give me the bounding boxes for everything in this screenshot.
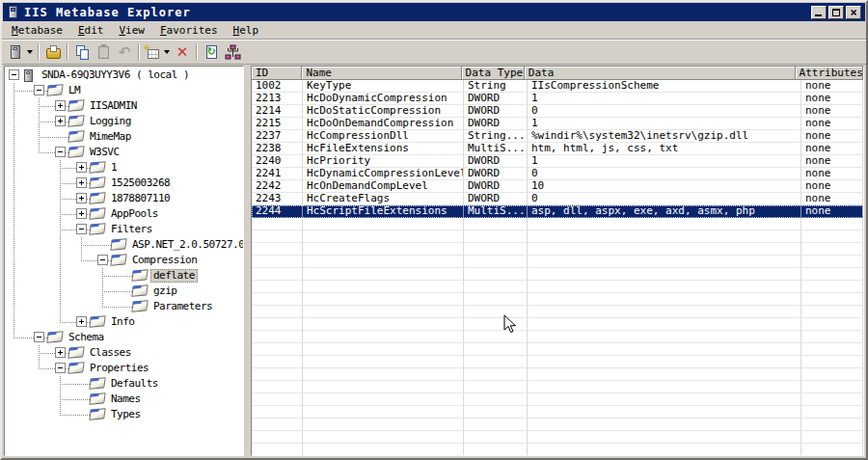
key-icon xyxy=(131,284,148,297)
tree-node-label[interactable]: ASP.NET_2.0.50727.0 xyxy=(129,238,244,252)
tree-node-label[interactable]: Properties xyxy=(87,362,151,375)
tree-node-label[interactable]: Logging xyxy=(87,115,134,128)
undo-button[interactable]: ↶ xyxy=(114,41,135,63)
tree-node-label[interactable]: deflate xyxy=(150,269,198,283)
tree-node-label[interactable]: IISADMIN xyxy=(87,99,140,113)
row-2237[interactable]: 2237HcCompressionDllString...%windir%\sy… xyxy=(252,130,863,143)
connect-server-button[interactable] xyxy=(6,41,35,63)
collapse-icon[interactable] xyxy=(34,332,44,342)
tree-node-iisadmin[interactable]: IISADMIN xyxy=(5,98,243,114)
hierarchy-view-button[interactable] xyxy=(222,41,243,63)
tree-node-label[interactable]: SNDA-69Q3UYY3V6 ( local ) xyxy=(39,68,192,82)
row-2238[interactable]: 2238HcFileExtensionsMultiS...htm, html, … xyxy=(252,143,863,155)
tree-node-label[interactable]: Schema xyxy=(66,331,107,344)
tree-node-classes[interactable]: Classes xyxy=(5,345,243,361)
column-header-id[interactable]: ID xyxy=(252,67,302,80)
tree-node-deflate[interactable]: deflate xyxy=(5,268,243,284)
collapse-icon[interactable] xyxy=(55,363,66,373)
expand-icon[interactable] xyxy=(76,193,87,203)
column-header-name[interactable]: Name xyxy=(302,67,461,80)
tree-node-mimemap[interactable]: MimeMap xyxy=(5,129,243,145)
row-2240[interactable]: 2240HcPriorityDWORD1none xyxy=(252,155,863,168)
collapse-icon[interactable] xyxy=(34,85,44,95)
tree-node-types[interactable]: Types xyxy=(5,407,243,422)
collapse-icon[interactable] xyxy=(55,147,66,157)
tree-node-filters[interactable]: Filters xyxy=(5,222,243,237)
tree-node-label[interactable]: Defaults xyxy=(108,377,161,391)
close-button[interactable]: × xyxy=(846,6,861,19)
tree-node-snda-69q3uyy3v6-local-[interactable]: SNDA-69Q3UYY3V6 ( local ) xyxy=(5,68,243,83)
menu-help[interactable]: Help xyxy=(226,23,267,38)
tree-node-label[interactable]: gzip xyxy=(150,284,180,298)
row-1002[interactable]: 1002KeyTypeStringIIsCompressionSchemenon… xyxy=(252,80,863,93)
collapse-icon[interactable] xyxy=(9,69,19,80)
tree-node-label[interactable]: 1 xyxy=(108,161,120,175)
dropdown-caret-icon[interactable] xyxy=(27,50,33,54)
menu-view[interactable]: View xyxy=(111,23,152,38)
cell-attributes: none xyxy=(801,205,863,218)
tree-node-label[interactable]: Filters xyxy=(108,223,155,236)
row-2241[interactable]: 2241HcDynamicCompressionLevelDWORD0none xyxy=(252,168,863,180)
maximize-button[interactable] xyxy=(828,6,844,19)
tree-node-label[interactable]: Names xyxy=(108,392,144,406)
tree-node-label[interactable]: Info xyxy=(108,315,138,329)
toolbar-separator xyxy=(138,43,140,61)
tree-node-label[interactable]: 1878807110 xyxy=(108,192,173,205)
tree-node-label[interactable]: Compression xyxy=(129,254,200,267)
collapse-icon[interactable] xyxy=(97,255,108,265)
expand-icon[interactable] xyxy=(76,316,87,327)
row-2242[interactable]: 2242HcOnDemandCompLevelDWORD10none xyxy=(252,180,863,193)
tree-node-info[interactable]: Info xyxy=(5,314,243,330)
row-2213[interactable]: 2213HcDoDynamicCompressionDWORD1none xyxy=(252,93,863,105)
menu-metabase[interactable]: Metabase xyxy=(4,23,70,38)
tree-node-names[interactable]: Names xyxy=(5,392,243,407)
expand-icon[interactable] xyxy=(55,100,66,111)
copy-button[interactable] xyxy=(71,41,93,63)
tree-node-schema[interactable]: Schema xyxy=(5,330,243,345)
refresh-button[interactable]: ↻ xyxy=(201,41,222,63)
column-header-data-type[interactable]: Data Type xyxy=(462,67,525,80)
tree-node-label[interactable]: 1525003268 xyxy=(108,176,173,190)
expand-icon[interactable] xyxy=(76,208,87,219)
expand-icon[interactable] xyxy=(55,116,66,126)
menu-edit[interactable]: Edit xyxy=(70,23,112,38)
tree-node-gzip[interactable]: gzip xyxy=(5,284,243,299)
expand-icon[interactable] xyxy=(55,347,66,358)
column-header-attributes[interactable]: Attributes xyxy=(796,67,863,80)
tree-node-parameters[interactable]: Parameters xyxy=(5,299,243,314)
expand-icon[interactable] xyxy=(76,177,87,188)
tree-node-1525003268[interactable]: 1525003268 xyxy=(5,176,243,191)
tree-node-compression[interactable]: Compression xyxy=(5,253,243,268)
minimize-button[interactable] xyxy=(811,6,827,19)
collapse-icon[interactable] xyxy=(76,224,87,234)
tree-node-label[interactable]: AppPools xyxy=(108,207,161,221)
row-2215[interactable]: 2215HcDoOnDemandCompressionDWORD1none xyxy=(252,118,863,130)
tree-node-label[interactable]: Classes xyxy=(87,346,134,360)
tree-node-label[interactable]: Parameters xyxy=(150,300,215,313)
column-header-data[interactable]: Data xyxy=(525,67,796,80)
tree-node-lm[interactable]: LM xyxy=(5,83,243,98)
delete-button[interactable]: ✕ xyxy=(172,41,193,63)
tree-node-label[interactable]: W3SVC xyxy=(87,146,122,159)
expand-icon[interactable] xyxy=(76,162,87,173)
open-button[interactable] xyxy=(42,41,64,63)
row-2243[interactable]: 2243HcCreateFlagsDWORD0none xyxy=(252,193,863,205)
tree-node-logging[interactable]: Logging xyxy=(5,114,243,129)
tree-node-label[interactable]: MimeMap xyxy=(87,130,134,144)
row-2244[interactable]: 2244HcScriptFileExtensionsMultiS...asp, … xyxy=(252,205,863,218)
tree-node-1[interactable]: 1 xyxy=(5,160,243,176)
tree-node-label[interactable]: Types xyxy=(108,408,144,421)
tree-node-label[interactable]: LM xyxy=(66,84,83,97)
splitter[interactable] xyxy=(244,66,251,456)
dropdown-caret-icon[interactable] xyxy=(164,50,170,54)
menu-favorites[interactable]: Favorites xyxy=(152,23,226,38)
tree-node-w3svc[interactable]: W3SVC xyxy=(5,145,243,160)
tree-node-1878807110[interactable]: 1878807110 xyxy=(5,191,243,206)
tree-node-defaults[interactable]: Defaults xyxy=(5,376,243,392)
tree-node-properties[interactable]: Properties xyxy=(5,361,243,376)
tree-node-asp-net-2-0-50727-0[interactable]: ASP.NET_2.0.50727.0 xyxy=(5,237,243,253)
new-record-button[interactable]: ✳ xyxy=(143,41,172,63)
tree-node-apppools[interactable]: AppPools xyxy=(5,206,243,222)
row-2214[interactable]: 2214HcDoStaticCompressionDWORD0none xyxy=(252,105,863,118)
paste-button[interactable] xyxy=(93,41,114,63)
